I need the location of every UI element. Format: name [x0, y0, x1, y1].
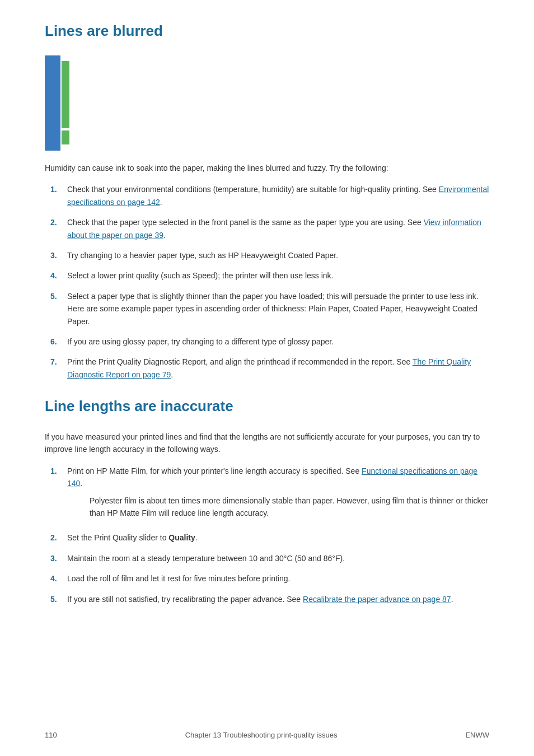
step-content: Check that your environmental conditions…	[67, 183, 489, 208]
page-footer: 110 Chapter 13 Troubleshooting print-qua…	[0, 731, 534, 739]
step-number: 3.	[45, 552, 67, 564]
step-content: Print the Print Quality Diagnostic Repor…	[67, 356, 489, 381]
step-number: 1.	[45, 183, 67, 208]
list-item: 5. If you are still not satisfied, try r…	[45, 593, 489, 605]
step-number: 6.	[45, 335, 67, 348]
step-number: 4.	[45, 572, 67, 585]
recalibrate-link[interactable]: Recalibrate the paper advance on page 87	[303, 595, 451, 604]
image-col-blue	[45, 55, 60, 151]
list-item: 2. Check that the paper type selected in…	[45, 216, 489, 241]
step-number: 2.	[45, 531, 67, 544]
step-number: 2.	[45, 216, 67, 241]
functional-specs-link[interactable]: Functional specifications on page 140	[67, 466, 477, 488]
list-item: 3. Try changing to a heavier paper type,…	[45, 249, 489, 262]
section-title-blurred: Lines are blurred	[45, 22, 489, 44]
blurred-steps-list: 1. Check that your environmental conditi…	[45, 183, 489, 381]
image-col-green-tall	[62, 61, 69, 128]
view-paper-link[interactable]: View information about the paper on page…	[67, 218, 481, 239]
footer-chapter: Chapter 13 Troubleshooting print-quality…	[185, 731, 338, 739]
footer-page-number: 110	[45, 731, 57, 739]
step-content: Check that the paper type selected in th…	[67, 216, 489, 241]
step-content: Maintain the room at a steady temperatur…	[67, 552, 489, 564]
step-number: 5.	[45, 593, 67, 605]
list-item: 4. Select a lower print quality (such as…	[45, 269, 489, 282]
step-content: Load the roll of film and let it rest fo…	[67, 572, 489, 585]
lengths-steps-list: 1. Print on HP Matte Film, for which you…	[45, 465, 489, 605]
image-col-green-short	[62, 130, 69, 144]
lengths-intro: If you have measured your printed lines …	[45, 431, 489, 456]
step-content: Try changing to a heavier paper type, su…	[67, 249, 489, 262]
section-lines-blurred: Lines are blurred Humidity can cause ink…	[45, 22, 489, 381]
step-content: If you are still not satisfied, try reca…	[67, 593, 489, 605]
list-item: 1. Print on HP Matte Film, for which you…	[45, 465, 489, 524]
step-number: 7.	[45, 356, 67, 381]
sub-paragraph: Polyester film is about ten times more d…	[90, 494, 489, 520]
step-content: If you are using glossy paper, try chang…	[67, 335, 489, 348]
pq-diagnostic-link[interactable]: The Print Quality Diagnostic Report on p…	[67, 357, 471, 379]
list-item: 4. Load the roll of film and let it rest…	[45, 572, 489, 585]
section-title-lengths: Line lengths are inaccurate	[45, 398, 489, 419]
step-number: 5.	[45, 290, 67, 328]
step-content: Select a paper type that is slightly thi…	[67, 290, 489, 328]
section-line-lengths: Line lengths are inaccurate If you have …	[45, 398, 489, 605]
list-item: 7. Print the Print Quality Diagnostic Re…	[45, 356, 489, 381]
bold-quality: Quality	[168, 533, 195, 542]
footer-locale: ENWW	[465, 731, 489, 739]
list-item: 5. Select a paper type that is slightly …	[45, 290, 489, 328]
step-number: 4.	[45, 269, 67, 282]
list-item: 3. Maintain the room at a steady tempera…	[45, 552, 489, 564]
step-content: Set the Print Quality slider to Quality.	[67, 531, 489, 544]
list-item: 1. Check that your environmental conditi…	[45, 183, 489, 208]
page-container: Lines are blurred Humidity can cause ink…	[0, 0, 534, 658]
list-item: 2. Set the Print Quality slider to Quali…	[45, 531, 489, 544]
step-number: 1.	[45, 465, 67, 524]
step-content: Print on HP Matte Film, for which your p…	[67, 465, 489, 524]
blurred-intro: Humidity can cause ink to soak into the …	[45, 162, 489, 174]
step-number: 3.	[45, 249, 67, 262]
blurred-lines-image	[45, 55, 106, 151]
step-content: Select a lower print quality (such as Sp…	[67, 269, 489, 282]
env-specs-link[interactable]: Environmental specifications on page 142	[67, 185, 489, 206]
list-item: 6. If you are using glossy paper, try ch…	[45, 335, 489, 348]
